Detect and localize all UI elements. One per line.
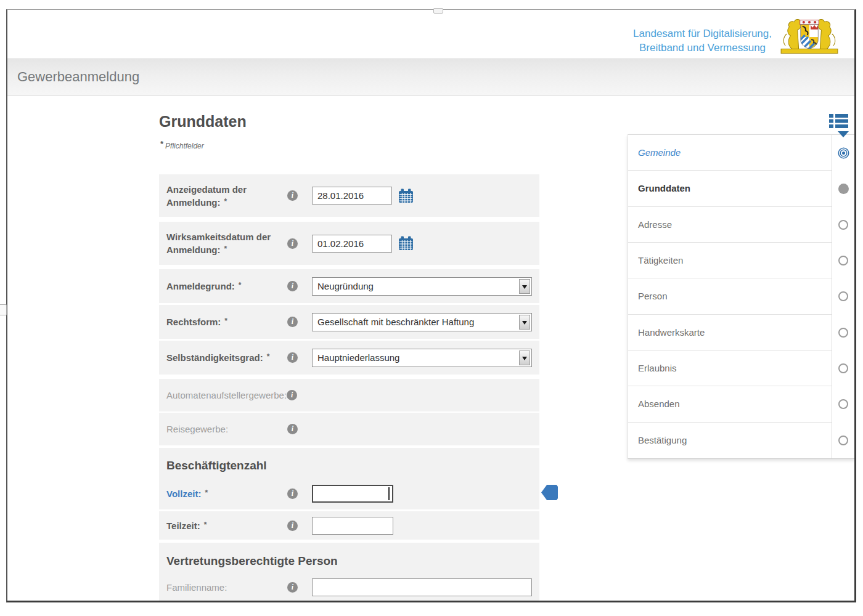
selbstaendigkeitsgrad-select[interactable]: Hauptniederlassung [312, 349, 532, 367]
step-todo-icon [832, 351, 854, 386]
form-row-selbstaendigkeitsgrad: Selbständigkeitsgrad:* Hauptniederlassun… [159, 341, 539, 375]
bavaria-coat-of-arms-logo [778, 13, 841, 56]
sidebar-item-label: Gemeinde [628, 135, 832, 171]
dropdown-arrow-icon[interactable] [519, 279, 530, 294]
info-icon[interactable] [287, 317, 298, 327]
current-step-pointer-icon [838, 131, 849, 137]
info-icon[interactable] [287, 582, 298, 593]
teilzeit-input[interactable] [312, 517, 393, 535]
form-rows: Anzeigedatum der Anmeldung:* Wirksamkeit… [159, 174, 539, 601]
section-heading-beschaeftigtenzahl: Beschäftigtenzahl [159, 448, 539, 477]
sidebar-item-absenden[interactable]: Absenden [628, 386, 854, 422]
sidebar-item-label: Erlaubnis [628, 351, 832, 386]
organization-name: Landesamt für Digitalisierung, Breitband… [633, 26, 772, 55]
step-todo-icon [832, 423, 854, 458]
info-icon[interactable] [287, 238, 298, 249]
focused-field-marker [541, 485, 558, 500]
required-star: * [267, 352, 270, 361]
field-label-anzeigedatum: Anzeigedatum der Anmeldung:* [166, 183, 287, 209]
sidebar-item-grunddaten[interactable]: Grunddaten [628, 171, 854, 206]
form-row-reisegewerbe: Reisegewerbe: [159, 413, 539, 445]
field-label-teilzeit: Teilzeit:* [166, 519, 287, 532]
vollzeit-input[interactable] [312, 485, 393, 503]
step-todo-icon [832, 278, 854, 314]
field-label-automatenaufstellergewerbe: Automatenaufstellergewerbe: [166, 389, 287, 402]
field-label-wirksamkeitsdatum: Wirksamkeitsdatum der Anmeldung:* [166, 230, 287, 256]
info-icon[interactable] [287, 521, 298, 531]
form-row-familienname: Familienname: [159, 573, 539, 601]
form-row-anzeigedatum: Anzeigedatum der Anmeldung:* [159, 174, 539, 217]
info-icon[interactable] [287, 390, 297, 400]
form-row-teilzeit: Teilzeit:* [159, 511, 539, 540]
calendar-icon[interactable] [398, 236, 414, 251]
form-heading: Grunddaten [159, 113, 247, 131]
required-star: * [239, 281, 242, 290]
field-label-selbstaendigkeitsgrad: Selbständigkeitsgrad:* [166, 351, 287, 364]
form-row-wirksamkeitsdatum: Wirksamkeitsdatum der Anmeldung:* [159, 222, 539, 265]
sidebar-item-taetigkeiten[interactable]: Tätigkeiten [628, 243, 854, 278]
anmeldegrund-select[interactable]: Neugründung [312, 277, 532, 296]
sidebar-item-label: Tätigkeiten [628, 243, 832, 278]
info-icon[interactable] [287, 190, 298, 201]
required-star: * [224, 245, 227, 253]
form-row-rechtsform: Rechtsform:* Gesellschaft mit beschränkt… [159, 305, 539, 339]
section-heading-vertretungsberechtigte-person: Vertretungsberechtigte Person [159, 543, 539, 573]
sidebar-item-erlaubnis[interactable]: Erlaubnis [628, 351, 854, 386]
rechtsform-select-value: Gesellschaft mit beschränkter Haftung [317, 317, 474, 327]
steps-list-icon[interactable] [829, 113, 848, 129]
sidebar-item-label: Absenden [628, 386, 832, 422]
sidebar-item-label: Person [628, 278, 832, 314]
field-label-reisegewerbe: Reisegewerbe: [166, 423, 287, 436]
required-star: * [224, 197, 227, 206]
rechtsform-select[interactable]: Gesellschaft mit beschränkter Haftung [312, 313, 532, 331]
field-label-rechtsform: Rechtsform:* [166, 315, 287, 328]
required-fields-note: *Pflichtfelder [160, 139, 204, 150]
calendar-icon[interactable] [398, 188, 414, 203]
required-star: * [205, 488, 208, 497]
step-current-icon [832, 171, 854, 206]
form-row-vollzeit: Vollzeit:* [159, 477, 539, 509]
browser-viewport: Landesamt für Digitalisierung, Breitband… [6, 9, 856, 602]
sidebar-item-label: Handwerkskarte [628, 315, 832, 351]
selbstaendigkeitsgrad-select-value: Hauptniederlassung [317, 352, 399, 363]
step-todo-icon [832, 386, 854, 422]
info-icon[interactable] [287, 352, 298, 363]
field-label-anmeldegrund: Anmeldegrund:* [166, 280, 287, 293]
form-row-automatenaufstellergewerbe: Automatenaufstellergewerbe: [159, 379, 539, 411]
sidebar-item-label: Grunddaten [628, 171, 832, 206]
anzeigedatum-input[interactable] [312, 187, 392, 205]
text-cursor [388, 487, 390, 500]
org-name-line2: Breitband und Vermessung [633, 41, 772, 55]
wirksamkeitsdatum-input[interactable] [312, 235, 392, 253]
info-icon[interactable] [287, 424, 298, 434]
step-todo-icon [832, 243, 854, 278]
step-navigation: Gemeinde Grunddaten Adresse Tätigkeiten … [628, 134, 854, 459]
step-todo-icon [832, 315, 854, 351]
anmeldegrund-select-value: Neugründung [317, 281, 374, 291]
org-name-line1: Landesamt für Digitalisierung, [633, 26, 772, 41]
sidebar-item-label: Bestätigung [628, 423, 832, 458]
familienname-input[interactable] [312, 578, 532, 596]
sidebar-item-gemeinde[interactable]: Gemeinde [628, 135, 854, 171]
frame-handle-left [0, 304, 7, 315]
sidebar-item-label: Adresse [628, 207, 832, 243]
required-star: * [204, 521, 207, 529]
form-row-anmeldegrund: Anmeldegrund:* Neugründung [159, 269, 539, 303]
info-icon[interactable] [287, 281, 298, 291]
sidebar-item-adresse[interactable]: Adresse [628, 207, 854, 243]
sidebar-item-handwerkskarte[interactable]: Handwerkskarte [628, 315, 854, 351]
sidebar-item-person[interactable]: Person [628, 278, 854, 314]
sidebar-item-bestaetigung[interactable]: Bestätigung [628, 423, 854, 458]
dropdown-arrow-icon[interactable] [519, 351, 530, 365]
required-star: * [224, 317, 227, 325]
step-todo-icon [832, 207, 854, 243]
step-done-icon [832, 135, 854, 171]
required-star: * [160, 139, 163, 148]
app-title-bar: Gewerbeanmeldung [7, 59, 854, 95]
frame-handle-top [433, 8, 443, 14]
page-title: Gewerbeanmeldung [17, 69, 139, 85]
field-label-familienname: Familienname: [166, 581, 287, 594]
info-icon[interactable] [287, 488, 298, 499]
dropdown-arrow-icon[interactable] [519, 315, 530, 330]
field-label-vollzeit: Vollzeit:* [166, 487, 287, 500]
